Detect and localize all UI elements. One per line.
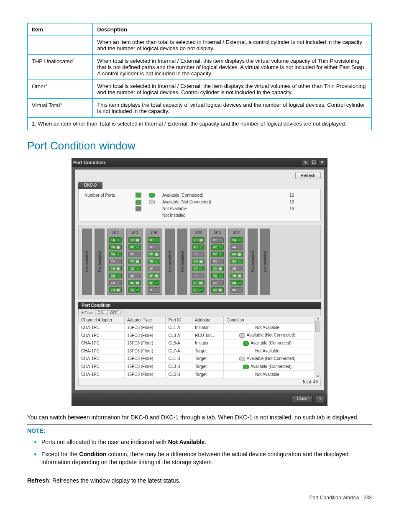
close-icon[interactable]: ✕ [318, 159, 326, 166]
filter-on-button[interactable]: ON [95, 310, 107, 315]
port-cell[interactable]: 6E [192, 252, 205, 257]
grid-wrap: Channel AdapterAdapter TypePort IDAttrib… [78, 316, 321, 378]
grid-cell: RCU Tar... [192, 332, 224, 339]
port-cell[interactable]: 6B [230, 280, 243, 285]
port-cell[interactable]: 1C [128, 237, 141, 243]
port-cell[interactable]: 6D [211, 280, 224, 285]
grid-col[interactable]: Attribute [192, 316, 224, 324]
port-cell[interactable]: 1E [148, 237, 160, 243]
grid-col[interactable]: Channel Adapter [79, 316, 125, 324]
grid-cell: CHA-1PC [79, 362, 125, 370]
filter-off-button[interactable]: OFF [107, 310, 120, 315]
grid-cell-condition: Available (Not Connected) [224, 355, 311, 362]
port-cell[interactable]: 2B [230, 266, 243, 271]
port-cell[interactable]: 4C [211, 244, 224, 250]
table-row[interactable]: CHA-1PC16FC8 (Fibre)CL1-AInitiatorNot Av… [79, 324, 321, 332]
table-row[interactable]: CHA-1PC16FC8 (Fibre)CL3-ARCU Tar...Avail… [79, 332, 321, 339]
def-item: Other1 [28, 80, 93, 99]
port-cell[interactable]: 7C [128, 259, 141, 264]
maximize-icon[interactable]: ☐ [310, 159, 317, 166]
port-cell[interactable]: 5F [148, 280, 160, 285]
definition-table: Item Description When an item other than… [27, 23, 372, 130]
port-cell[interactable]: 1A [109, 237, 122, 243]
port-cell[interactable]: 2C [211, 237, 224, 243]
port-cell[interactable]: 8C [211, 259, 224, 264]
summary-swatch [136, 193, 141, 198]
help-icon[interactable]: ? [316, 395, 324, 403]
port-cell[interactable]: 8E [192, 259, 205, 264]
port-cell[interactable]: 3D [128, 273, 141, 278]
note-list: Ports not allocated to the user are indi… [27, 437, 372, 466]
port-cell[interactable]: 4D [211, 273, 224, 278]
scroll-down-icon[interactable]: ▾ [315, 374, 321, 378]
port-cell[interactable]: 6A [230, 252, 243, 257]
port-cell[interactable]: 1F [148, 266, 160, 271]
port-cell[interactable]: 5C [128, 252, 141, 257]
port-cell[interactable]: 1B [109, 266, 122, 271]
note-label: NOTE: [27, 427, 372, 434]
slot-column: 2PD2C4C6C8C2D4D6D8D [209, 229, 226, 295]
port-cell[interactable]: 7B [109, 287, 122, 293]
port-cell[interactable]: 4A [230, 244, 243, 250]
port-cell[interactable]: 6F [192, 280, 205, 285]
dock-icon[interactable]: ⤡ [302, 159, 309, 166]
port-cell[interactable]: 3B [109, 273, 122, 278]
port-cell[interactable]: 2E [192, 237, 205, 243]
port-cell[interactable]: 8A [230, 259, 243, 264]
port-cell[interactable]: 2D [211, 266, 224, 271]
port-cell[interactable]: 5B [109, 280, 122, 285]
grid-cell: Target [192, 347, 224, 355]
tab-dkc0[interactable]: DKC-0 [78, 182, 102, 189]
table-row[interactable]: CHA-1PC16FC8 (Fibre)CL7-ATargetNot Avail… [79, 347, 321, 355]
port-cell[interactable]: 7D [128, 287, 141, 293]
filter-toggle-icon[interactable]: ✶ [81, 311, 84, 315]
port-cell[interactable]: 8F [192, 287, 205, 293]
table-row[interactable]: CHA-1PC16FC8 (Fibre)CL5-BTargetNot Avail… [79, 370, 321, 378]
port-cell[interactable]: 3F [148, 273, 160, 278]
table-row[interactable]: CHA-1PC16FC8 (Fibre)CL5-AInitiatorAvaila… [79, 339, 321, 347]
grid-cell: CL3-B [166, 362, 192, 370]
status-led-icon [149, 193, 155, 198]
close-button[interactable]: Close [292, 395, 313, 402]
table-row[interactable]: CHA-1PC16FC8 (Fibre)CL1-BTargetAvailable… [79, 355, 321, 362]
port-cell[interactable]: 6C [211, 252, 224, 257]
port-led-icon [116, 239, 120, 242]
summary-swatch [136, 206, 141, 211]
port-cell[interactable]: 5E [148, 252, 160, 257]
port-cell[interactable]: 2F [192, 266, 205, 271]
grid-cell: CL3-A [166, 332, 192, 339]
port-cell[interactable]: 3A [109, 244, 122, 250]
grid-col[interactable]: Adapter Type [125, 316, 166, 324]
summary-text: Available (Connected) [160, 192, 287, 198]
port-cell[interactable]: 7F [148, 287, 160, 293]
refresh-button[interactable]: Refresh [295, 172, 321, 179]
port-cell[interactable]: 5A [109, 252, 122, 257]
port-cell[interactable]: 4B [230, 273, 243, 278]
port-cell[interactable]: 3C [128, 244, 141, 250]
grid-cell: Target [192, 370, 224, 378]
port-led-icon [199, 260, 203, 263]
summary-label: Number of Ports [82, 192, 133, 198]
port-cell[interactable]: 4F [192, 273, 205, 278]
port-cell[interactable]: 1D [128, 266, 141, 271]
def-footnote: 1. When an item other than Total is sele… [28, 118, 372, 130]
port-cell[interactable]: 2A [230, 237, 243, 243]
port-cell[interactable]: 8D [211, 287, 224, 293]
scrollbar[interactable]: ▴ ▾ [315, 316, 321, 378]
grid-cell: 16FC8 (Fibre) [125, 370, 166, 378]
port-cell[interactable]: 4E [192, 244, 205, 250]
port-cell[interactable]: 8B [230, 287, 243, 293]
def-item: THP Unallocated1 [28, 55, 93, 80]
grid-col[interactable]: Port ID [166, 316, 192, 324]
port-cell[interactable]: 5D [128, 280, 141, 285]
scroll-thumb[interactable] [315, 321, 320, 332]
table-row[interactable]: CHA-1PC16FC8 (Fibre)CL3-BTargetAvailable… [79, 362, 321, 370]
port-cell[interactable]: 7E [148, 259, 160, 264]
port-led-icon [136, 288, 139, 292]
scroll-up-icon[interactable]: ▴ [315, 316, 321, 320]
status-led-icon [239, 357, 245, 361]
grid-col[interactable]: Condition [224, 316, 311, 324]
grid-cell: CL7-A [166, 347, 192, 355]
port-cell[interactable]: 7A [109, 259, 122, 264]
port-cell[interactable]: 3E [148, 244, 160, 250]
